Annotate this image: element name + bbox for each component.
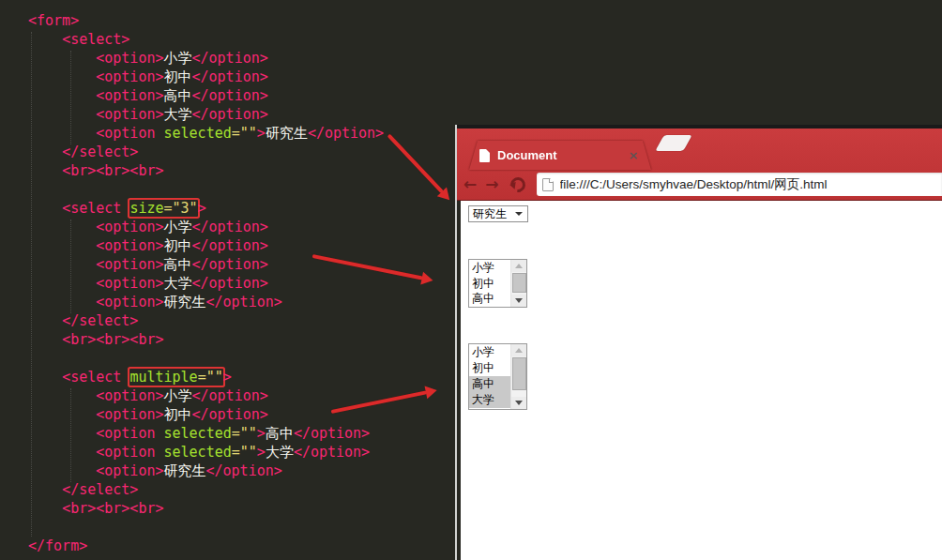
address-bar[interactable]: file:///C:/Users/smyhvae/Desktop/html/网页… <box>537 173 942 196</box>
tab-close-icon[interactable]: × <box>629 148 641 162</box>
annotation-highlight-box: size="3" <box>129 200 197 217</box>
browser-viewport: 研究生 小学初中高中 小学初中高中大学 <box>461 201 942 560</box>
reload-icon[interactable] <box>507 174 528 195</box>
list-option[interactable]: 高中 <box>469 291 510 307</box>
browser-tab[interactable]: Document × <box>469 141 651 170</box>
back-icon[interactable]: ← <box>463 176 477 192</box>
code-line: <form> <box>28 11 942 30</box>
list-option[interactable]: 小学 <box>469 260 510 276</box>
code-line: <option>初中</option> <box>28 68 942 86</box>
scroll-down-icon <box>515 401 523 405</box>
scroll-down-button[interactable] <box>511 295 526 307</box>
code-line: <select> <box>28 30 942 49</box>
listbox-multiple-scrollbar[interactable] <box>510 344 526 409</box>
list-option[interactable]: 高中 <box>469 376 510 392</box>
tab-strip: Document × <box>457 129 942 170</box>
document-page-icon <box>479 149 490 162</box>
scroll-up-icon <box>515 264 523 268</box>
select-listbox-multiple[interactable]: 小学初中高中大学 <box>468 343 527 410</box>
dropdown-arrow-icon <box>515 212 523 216</box>
scroll-down-button[interactable] <box>511 397 526 409</box>
browser-window: Document × ← → file:///C:/Users/smyhvae/… <box>457 125 942 560</box>
annotation-highlight-box: multiple="" <box>129 369 222 386</box>
forward-icon[interactable]: → <box>485 176 498 192</box>
scrollbar-thumb[interactable] <box>512 273 526 293</box>
code-line: <option>高中</option> <box>28 86 942 105</box>
list-option[interactable]: 大学 <box>469 392 510 408</box>
list-option[interactable]: 小学 <box>469 344 510 360</box>
listbox-size3-scrollbar[interactable] <box>510 260 526 307</box>
new-tab-button[interactable] <box>655 135 691 151</box>
dropdown-selected-value: 研究生 <box>473 206 507 222</box>
scroll-up-icon <box>515 348 523 353</box>
tab-title: Document <box>497 148 621 162</box>
scroll-up-button[interactable] <box>511 260 526 272</box>
scroll-down-icon <box>515 298 523 303</box>
list-option[interactable]: 初中 <box>469 360 510 376</box>
code-line: <option>小学</option> <box>28 49 942 68</box>
screenshot-stage: <form> <select> <option>小学</option> <opt… <box>0 0 942 560</box>
scroll-up-button[interactable] <box>511 344 526 356</box>
code-line: <option>大学</option> <box>28 105 942 124</box>
browser-toolbar: ← → file:///C:/Users/smyhvae/Desktop/htm… <box>457 170 942 199</box>
browser-chrome: Document × ← → file:///C:/Users/smyhvae/… <box>457 129 942 201</box>
select-listbox-size3[interactable]: 小学初中高中 <box>468 259 527 308</box>
select-dropdown[interactable]: 研究生 <box>468 205 528 222</box>
scrollbar-thumb[interactable] <box>512 357 526 390</box>
url-page-icon <box>542 178 554 191</box>
url-text: file:///C:/Users/smyhvae/Desktop/html/网页… <box>560 176 828 193</box>
list-option[interactable]: 初中 <box>469 276 510 292</box>
listbox-size3-options: 小学初中高中 <box>469 260 510 307</box>
listbox-multiple-options: 小学初中高中大学 <box>469 344 510 409</box>
